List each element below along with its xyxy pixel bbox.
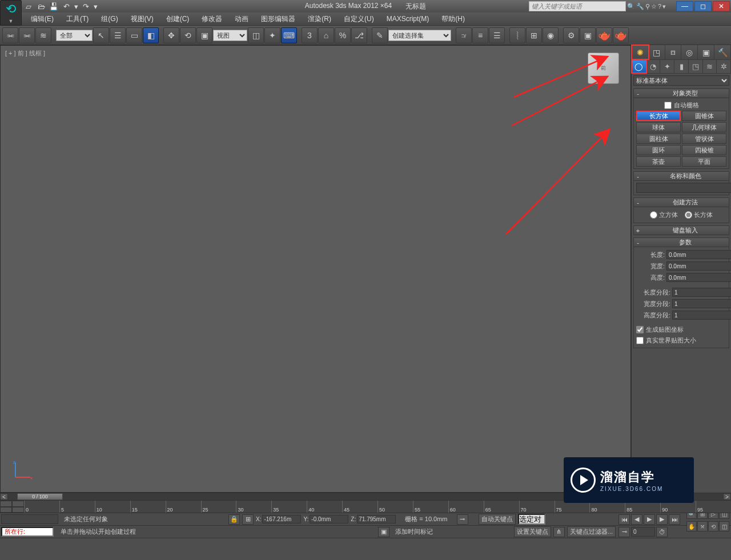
menu-modifiers[interactable]: 修改器 <box>196 13 228 26</box>
width-input[interactable] <box>666 261 731 271</box>
menu-customize[interactable]: 自定义(U) <box>338 13 380 26</box>
wsegs-input[interactable] <box>672 299 731 308</box>
manipulate-icon[interactable]: ✦ <box>264 27 280 43</box>
window-crossing-icon[interactable]: ◧ <box>143 27 159 43</box>
redo-icon[interactable]: ↷ <box>80 1 91 11</box>
menu-grapheditors[interactable]: 图形编辑器 <box>255 13 301 26</box>
viewcube[interactable]: 前 <box>588 53 619 84</box>
close-button[interactable]: ✕ <box>713 1 730 11</box>
autokey-button[interactable]: 自动关键点 <box>479 514 516 525</box>
render-prod-icon[interactable]: 🫖 <box>596 27 612 43</box>
render-frame-icon[interactable]: ▣ <box>580 27 596 43</box>
tab-utilities[interactable]: 🔨 <box>714 45 731 59</box>
save-icon[interactable]: 💾 <box>48 1 59 11</box>
angle-snap-icon[interactable]: ⌂ <box>318 27 334 43</box>
select-name-icon[interactable]: ☰ <box>110 27 126 43</box>
time-config-icon[interactable]: ⏱ <box>656 527 668 537</box>
selection-filter[interactable]: 全部 <box>56 30 93 41</box>
tool-icon[interactable]: 🔧 <box>636 3 644 10</box>
tab-create[interactable]: ✺ <box>631 45 649 60</box>
menu-group[interactable]: 组(G) <box>95 13 123 26</box>
obj-box[interactable]: 长方体 <box>636 111 681 121</box>
prev-frame-icon[interactable]: ◀ <box>631 514 642 525</box>
radio-cube[interactable]: 立方体 <box>650 211 678 219</box>
help-drop-icon[interactable]: ▾ <box>662 3 668 10</box>
obj-plane[interactable]: 平面 <box>682 156 726 167</box>
scale-icon[interactable]: ▣ <box>196 27 212 43</box>
rollup-create-method[interactable]: -创建方法 <box>633 198 729 207</box>
timetag-icon[interactable]: ▣ <box>378 527 389 537</box>
spinner-snap-icon[interactable]: ⎇ <box>351 27 367 43</box>
nav-walk-icon[interactable]: ⤧ <box>697 521 708 531</box>
subcat-shapes[interactable]: ◔ <box>646 60 661 73</box>
subcat-systems[interactable]: ✲ <box>717 60 731 73</box>
select-icon[interactable]: ↖ <box>93 27 109 43</box>
track-btn-2[interactable] <box>12 501 24 507</box>
key-filter-icon[interactable]: ⋔ <box>553 527 565 537</box>
maximize-button[interactable]: ◻ <box>694 1 712 11</box>
render-setup-icon[interactable]: ⚙ <box>563 27 579 43</box>
script-line-label[interactable] <box>1 527 54 537</box>
tab-hierarchy[interactable]: ⧈ <box>665 45 682 59</box>
gen-map-checkbox[interactable] <box>636 326 644 333</box>
obj-geosphere[interactable]: 几何球体 <box>682 122 726 132</box>
named-sel-set[interactable]: 创建选择集 <box>388 30 451 41</box>
tab-motion[interactable]: ◎ <box>681 45 698 59</box>
setkey-button[interactable]: 设置关键点 <box>514 526 551 537</box>
material-editor-icon[interactable]: ◉ <box>543 27 559 43</box>
nav-pan-icon[interactable]: ✋ <box>686 521 697 531</box>
menu-create[interactable]: 创建(C) <box>160 13 195 26</box>
subcat-geometry[interactable]: ◯ <box>631 59 647 74</box>
obj-torus[interactable]: 圆环 <box>636 145 681 155</box>
obj-tube[interactable]: 管状体 <box>682 134 726 144</box>
play-icon[interactable]: ▶ <box>644 514 655 525</box>
rotate-icon[interactable]: ⟲ <box>180 27 196 43</box>
mirror-icon[interactable]: ⟉ <box>456 27 472 43</box>
next-frame-icon[interactable]: ▶ <box>656 514 668 525</box>
menu-animation[interactable]: 动画 <box>229 13 254 26</box>
viewport-label[interactable]: [ + ] 前 ] 线框 ] <box>5 49 45 58</box>
curve-editor-icon[interactable]: ⦚ <box>509 27 525 43</box>
redo-drop-icon[interactable]: ▾ <box>93 1 98 11</box>
length-input[interactable] <box>666 250 731 259</box>
undo-icon[interactable]: ↶ <box>61 1 72 11</box>
subcat-lights[interactable]: ✦ <box>660 60 674 73</box>
menu-maxscript[interactable]: MAXScript(M) <box>381 13 435 25</box>
selection-lock-input[interactable] <box>1 514 58 524</box>
key-sel-drop[interactable] <box>518 514 545 525</box>
percent-snap-icon[interactable]: % <box>335 27 351 43</box>
category-select[interactable]: 标准基本体 <box>633 75 729 86</box>
menu-rendering[interactable]: 渲染(R) <box>302 13 337 26</box>
ref-coord[interactable]: 视图 <box>213 30 247 41</box>
frame-input[interactable] <box>631 527 655 537</box>
subcat-helpers[interactable]: ◳ <box>689 60 703 73</box>
star-icon[interactable]: ☆ <box>651 3 657 10</box>
rollup-object-type[interactable]: -对象类型 <box>633 88 729 98</box>
obj-teapot[interactable]: 茶壶 <box>636 156 681 167</box>
search-input[interactable] <box>529 1 626 11</box>
track-btn-3[interactable] <box>0 507 12 513</box>
menu-views[interactable]: 视图(V) <box>125 13 159 26</box>
edit-named-sel-icon[interactable]: ✎ <box>372 27 388 43</box>
autogrid-checkbox[interactable] <box>664 102 672 109</box>
snap-3-icon[interactable]: 3 <box>302 27 318 43</box>
rollup-params[interactable]: -参数 <box>633 237 729 247</box>
key-filter-button[interactable]: 关键点过滤器... <box>567 526 616 537</box>
search-icon[interactable]: 🔍 <box>627 3 635 10</box>
key-mode-icon[interactable]: ⊸ <box>618 527 630 537</box>
viewport-front[interactable]: [ + ] 前 ] 线框 ] 前 z x <box>0 45 631 493</box>
tab-modify[interactable]: ◳ <box>649 45 665 59</box>
subcat-spacewarps[interactable]: ≋ <box>703 60 717 73</box>
lsegs-input[interactable] <box>672 288 731 297</box>
slider-prev-icon[interactable]: < <box>0 493 8 500</box>
minimize-button[interactable]: — <box>676 1 693 11</box>
schematic-view-icon[interactable]: ⊞ <box>526 27 542 43</box>
height-input[interactable] <box>666 273 731 282</box>
render-iter-icon[interactable]: 🫖 <box>613 27 629 43</box>
coord-y[interactable] <box>310 515 348 523</box>
goto-start-icon[interactable]: ⏮ <box>618 514 630 525</box>
hsegs-input[interactable] <box>672 311 731 320</box>
bind-spacewarp-icon[interactable]: ≋ <box>35 27 51 43</box>
move-icon[interactable]: ✥ <box>163 27 179 43</box>
realworld-checkbox[interactable] <box>636 337 644 344</box>
